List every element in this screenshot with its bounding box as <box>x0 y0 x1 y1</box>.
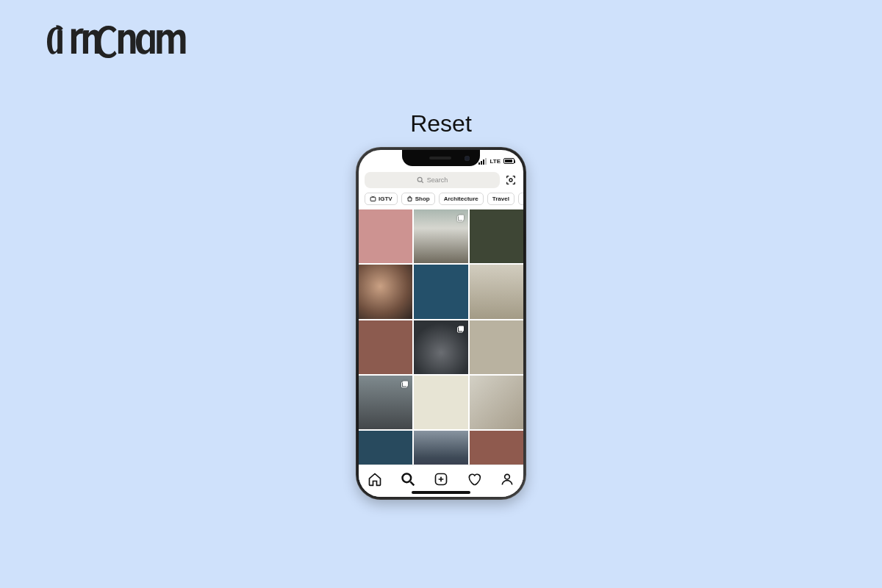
svg-rect-3 <box>370 197 376 201</box>
chip-decor[interactable]: Decor <box>518 193 523 205</box>
search-placeholder: Search <box>427 176 448 184</box>
person-icon <box>500 472 514 487</box>
search-icon <box>417 176 424 184</box>
svg-line-11 <box>411 481 415 485</box>
grid-tile[interactable] <box>414 209 467 263</box>
svg-line-1 <box>421 181 423 183</box>
grid-tile[interactable] <box>470 376 523 429</box>
carousel-icon <box>456 212 465 221</box>
bag-icon <box>406 196 413 202</box>
grid-tile[interactable] <box>470 265 523 318</box>
phone-notch <box>402 150 480 166</box>
phone-screen: LTE Search IGTV Shop <box>359 150 523 497</box>
network-label: LTE <box>490 158 501 165</box>
chip-travel[interactable]: Travel <box>487 193 514 205</box>
chip-architecture[interactable]: Architecture <box>439 193 484 205</box>
home-icon <box>368 472 382 487</box>
grid-tile[interactable] <box>470 209 523 263</box>
grid-tile[interactable] <box>359 265 412 318</box>
grid-tile[interactable] <box>359 320 412 374</box>
svg-point-2 <box>509 179 512 182</box>
grid-tile[interactable] <box>470 320 523 374</box>
search-row: Search <box>359 171 523 193</box>
signal-icon <box>478 158 487 165</box>
grid-tile[interactable] <box>359 209 412 263</box>
search-icon <box>401 472 415 487</box>
plus-square-icon <box>434 472 448 487</box>
nav-activity[interactable] <box>466 471 482 487</box>
battery-icon <box>503 158 514 164</box>
grid-tile[interactable] <box>359 376 412 429</box>
chip-shop[interactable]: Shop <box>401 193 435 205</box>
grid-tile[interactable] <box>414 265 467 318</box>
svg-point-10 <box>403 473 412 482</box>
chip-igtv[interactable]: IGTV <box>365 193 398 205</box>
home-indicator[interactable] <box>412 491 470 494</box>
explore-chips[interactable]: IGTV Shop Architecture Travel Decor <box>359 193 523 209</box>
nav-search[interactable] <box>400 471 416 487</box>
scan-button[interactable] <box>504 173 517 187</box>
grid-tile[interactable] <box>414 376 467 429</box>
svg-point-0 <box>417 177 422 182</box>
nav-profile[interactable] <box>499 471 515 487</box>
nav-new-post[interactable] <box>433 471 449 487</box>
carousel-icon <box>456 323 465 332</box>
scan-icon <box>505 174 517 186</box>
grid-tile[interactable] <box>414 320 467 374</box>
tv-icon <box>370 196 376 202</box>
phone-frame: LTE Search IGTV Shop <box>356 147 526 500</box>
page-title: Reset <box>410 110 472 137</box>
explore-grid <box>359 209 523 485</box>
svg-point-15 <box>504 474 509 479</box>
search-input[interactable]: Search <box>365 172 500 188</box>
nav-home[interactable] <box>367 471 383 487</box>
carousel-icon <box>401 379 409 387</box>
heart-icon <box>467 472 481 487</box>
instagram-logo <box>35 21 212 71</box>
